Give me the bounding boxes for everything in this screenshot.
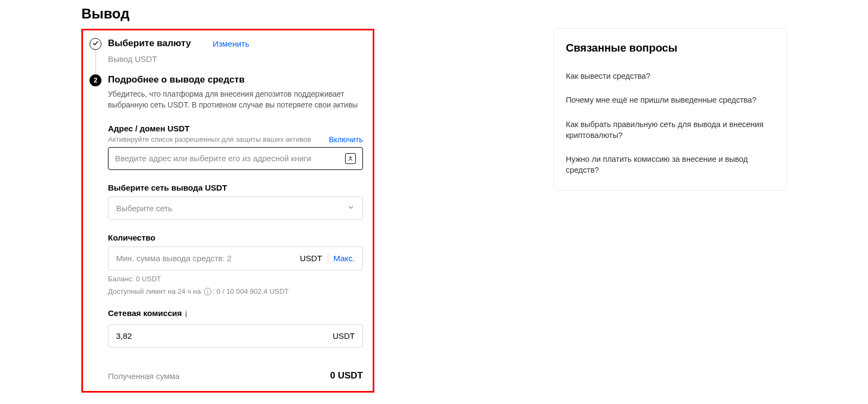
network-label: Выберите сеть вывода USDT	[108, 183, 363, 192]
address-input[interactable]	[115, 154, 341, 163]
amount-label: Количество	[108, 233, 363, 242]
network-select[interactable]: Выберите сеть	[108, 197, 363, 220]
max-button[interactable]: Макс.	[334, 254, 355, 263]
enable-whitelist-link[interactable]: Включить	[329, 135, 363, 144]
chevron-down-icon	[347, 204, 355, 213]
received-row: Полученная сумма 0 USDT	[108, 370, 363, 381]
amount-input-wrapper: USDT Макс.	[108, 247, 363, 270]
step-connector	[95, 50, 96, 77]
step-2: 2 Подробнее о выводе средств Убедитесь, …	[90, 74, 363, 111]
info-icon[interactable]: i	[185, 310, 187, 319]
amount-unit: USDT	[300, 254, 322, 263]
step-2-indicator: 2	[90, 74, 101, 86]
page-title: Вывод	[81, 5, 374, 22]
step-1-title: Выберите валюту	[108, 38, 191, 49]
amount-group: Количество USDT Макс. Баланс: 0 USDT Дос…	[108, 233, 363, 296]
network-placeholder: Выберите сеть	[116, 204, 173, 213]
faq-title: Связанные вопросы	[566, 42, 774, 54]
limit-suffix: : 0 / 10 004 902,4 USDT	[213, 287, 289, 295]
address-group: Адрес / домен USDT Активируйте список ра…	[108, 124, 363, 170]
address-book-icon[interactable]	[345, 153, 356, 164]
fee-group: Сетевая комиссия i 3,82 USDT	[108, 308, 363, 348]
step-2-title: Подробнее о выводе средств	[108, 74, 363, 85]
fee-label: Сетевая комиссия	[108, 308, 182, 318]
svg-point-0	[350, 156, 352, 158]
change-currency-link[interactable]: Изменить	[213, 39, 250, 48]
balance-line: Баланс: 0 USDT	[108, 275, 363, 283]
step-2-description: Убедитесь, что платформа для внесения де…	[108, 89, 363, 111]
address-input-wrapper	[108, 147, 363, 170]
step-1-indicator	[90, 38, 101, 50]
withdraw-form: Выберите валюту Изменить Вывод USDT 2 По…	[81, 29, 374, 393]
received-label: Полученная сумма	[108, 371, 180, 381]
fee-display: 3,82 USDT	[108, 324, 363, 348]
step-1-subtitle: Вывод USDT	[108, 54, 363, 64]
divider	[328, 254, 328, 263]
fee-value: 3,82	[116, 331, 132, 340]
limit-line: Доступный лимит на 24 ч на i: 0 / 10 004…	[108, 287, 363, 296]
limit-prefix: Доступный лимит на 24 ч на	[108, 287, 201, 295]
faq-item[interactable]: Почему мне ещё не пришли выведенные сред…	[566, 88, 774, 112]
network-group: Выберите сеть вывода USDT Выберите сеть	[108, 183, 363, 220]
check-icon	[92, 40, 99, 48]
received-value: 0 USDT	[330, 370, 363, 381]
amount-input[interactable]	[116, 254, 295, 263]
faq-panel: Связанные вопросы Как вывести средства? …	[553, 28, 787, 191]
info-icon[interactable]: i	[204, 288, 212, 295]
address-label: Адрес / домен USDT	[108, 124, 363, 133]
faq-item[interactable]: Как вывести средства?	[566, 64, 774, 88]
whitelist-hint: Активируйте список разрешенных для защит…	[108, 135, 311, 143]
step-1: Выберите валюту Изменить Вывод USDT	[90, 38, 363, 64]
faq-item[interactable]: Как выбрать правильную сеть для вывода и…	[566, 112, 774, 148]
fee-unit: USDT	[333, 331, 355, 340]
faq-item[interactable]: Нужно ли платить комиссию за внесение и …	[566, 147, 774, 182]
